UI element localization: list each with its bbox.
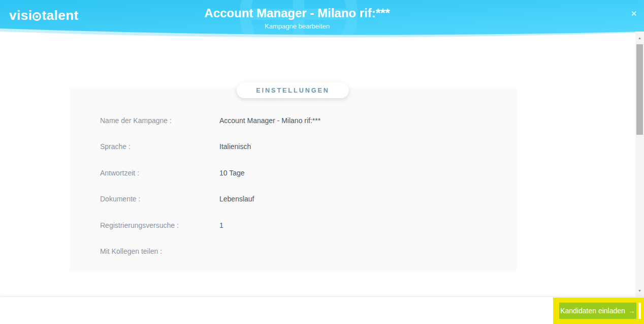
field-row-share-with-colleagues: Mit Kollegen teilen : <box>100 239 517 265</box>
field-row-language: Sprache : Italienisch <box>100 134 517 160</box>
field-label: Name der Kampagne : <box>100 116 219 125</box>
field-value: Italienisch <box>219 142 251 151</box>
field-row-registration-attempts: Registrierungsversuche : 1 <box>100 212 517 239</box>
field-value: 1 <box>219 221 223 229</box>
logo-text-prefix: visi <box>9 8 32 23</box>
field-row-documents: Dokumente : Lebenslauf <box>100 186 517 213</box>
scroll-up-icon[interactable]: ▲ <box>635 33 644 42</box>
field-value: Account Manager - Milano rif:*** <box>219 116 320 125</box>
footer-bar <box>0 297 644 324</box>
invite-candidates-label: Kandidaten einladen <box>560 307 625 315</box>
app-logo: visi talent <box>9 8 79 23</box>
page-subtitle: Kampagne bearbeiten <box>204 22 390 30</box>
scrollbar-thumb[interactable] <box>636 44 643 135</box>
invite-candidates-button[interactable]: Kandidaten einladen → <box>559 303 636 319</box>
field-label: Sprache : <box>100 142 219 151</box>
field-label: Dokumente : <box>100 195 219 203</box>
settings-panel: Name der Kampagne : Account Manager - Mi… <box>70 87 517 271</box>
highlight-gap <box>638 303 641 319</box>
field-row-response-time: Antwortzeit : 10 Tage <box>100 160 517 186</box>
close-icon[interactable]: ✕ <box>628 8 639 19</box>
settings-badge: EINSTELLUNGEN <box>237 82 349 98</box>
field-label: Registrierungsversuche : <box>100 221 219 229</box>
field-value: Lebenslauf <box>219 195 254 203</box>
field-label: Antwortzeit : <box>100 169 219 177</box>
field-row-campaign-name: Name der Kampagne : Account Manager - Mi… <box>100 107 517 134</box>
logo-text-suffix: talent <box>42 8 78 23</box>
logo-lens-icon <box>33 12 41 21</box>
page-title: Account Manager - Milano rif:*** <box>204 6 390 20</box>
vertical-scrollbar[interactable]: ▲ ▼ <box>635 32 644 297</box>
button-highlight: Kandidaten einladen → <box>553 298 644 324</box>
header-titles: Account Manager - Milano rif:*** Kampagn… <box>204 6 390 30</box>
arrow-right-icon: → <box>628 307 635 315</box>
field-value: 10 Tage <box>219 169 245 177</box>
field-label: Mit Kollegen teilen : <box>100 247 219 255</box>
scroll-down-icon[interactable]: ▼ <box>635 286 644 295</box>
